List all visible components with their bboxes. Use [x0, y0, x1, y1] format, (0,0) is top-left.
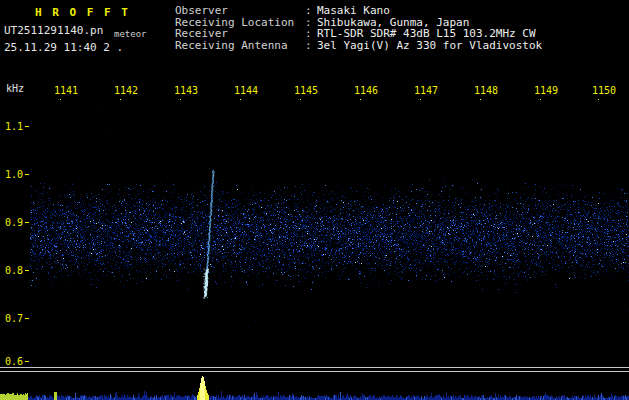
app-title: H R O F F T: [35, 6, 130, 19]
info-separator: :: [305, 5, 317, 17]
y-tick-mark: [25, 174, 29, 175]
y-axis-unit: kHz: [6, 83, 24, 94]
y-tick-mark: [25, 222, 29, 223]
x-tick-label: 1145: [294, 85, 318, 96]
x-tick-label: 1144: [234, 85, 258, 96]
separator-line: [0, 371, 629, 372]
station-info: Observer:Masaki Kano Receiving Location:…: [175, 5, 542, 52]
x-tick-label: 1143: [174, 85, 198, 96]
y-tick-label: 0.8: [5, 265, 23, 276]
x-tick-label: 1146: [354, 85, 378, 96]
y-tick-label: 1.1: [5, 121, 23, 132]
info-label: Observer: [175, 5, 305, 17]
separator-line: [0, 367, 629, 368]
x-tick-label: 1141: [54, 85, 78, 96]
y-tick-label: 0.6: [5, 356, 23, 367]
info-value: Masaki Kano: [317, 5, 390, 17]
info-row-antenna: Receiving Antenna:3el Yagi(V) Az 330 for…: [175, 40, 542, 52]
x-tick-label: 1147: [414, 85, 438, 96]
y-tick-mark: [25, 361, 29, 362]
info-row-observer: Observer:Masaki Kano: [175, 5, 542, 17]
x-tick-label: 1148: [474, 85, 498, 96]
y-tick-label: 0.7: [5, 313, 23, 324]
hrofft-screen: H R O F F T UT2511291140.pn meteor 25.11…: [0, 0, 629, 400]
datetime-status: 25.11.29 11:40 2 .: [4, 41, 123, 54]
y-tick-label: 0.9: [5, 217, 23, 228]
x-tick-label: 1150: [592, 85, 616, 96]
y-tick-label: 1.0: [5, 169, 23, 180]
spectrogram-canvas: [30, 100, 629, 365]
output-filename: UT2511291140.pn: [4, 24, 103, 37]
info-separator: :: [305, 40, 317, 52]
y-tick-mark: [25, 126, 29, 127]
y-tick-mark: [25, 270, 29, 271]
x-tick-label: 1149: [534, 85, 558, 96]
observation-tag: meteor: [114, 29, 147, 39]
info-value: 3el Yagi(V) Az 330 for Vladivostok: [317, 40, 542, 52]
y-tick-mark: [25, 318, 29, 319]
signal-level-canvas: [0, 373, 629, 400]
info-label: Receiving Antenna: [175, 40, 305, 52]
x-tick-label: 1142: [114, 85, 138, 96]
